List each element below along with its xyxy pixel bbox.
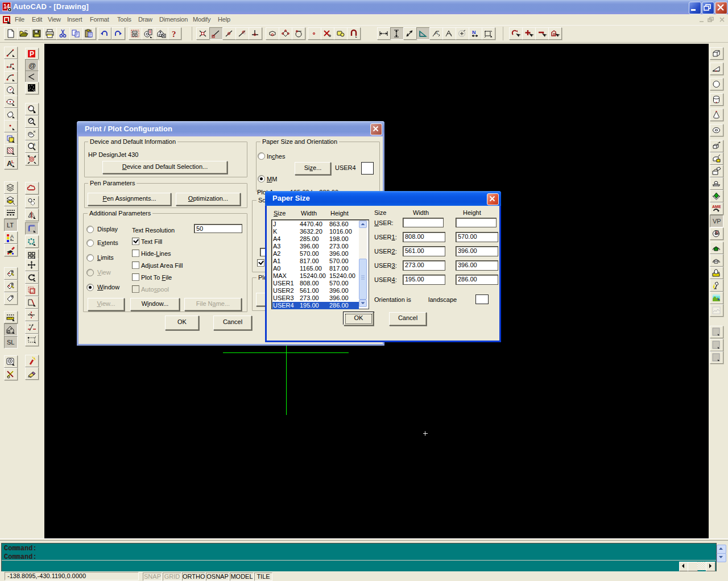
svg-text:P: P (30, 50, 34, 58)
svg-text:AME: AME (712, 205, 721, 209)
svg-text:@: @ (28, 61, 36, 70)
svg-text:A: A (435, 30, 438, 36)
svg-text:SL: SL (7, 339, 14, 346)
svg-text:LT: LT (7, 222, 14, 229)
svg-text:A: A (10, 234, 14, 239)
svg-text:VP: VP (713, 218, 721, 225)
svg-text:±: ± (33, 142, 36, 147)
svg-text:N: N (472, 30, 476, 35)
svg-text:?: ? (172, 30, 176, 38)
svg-text:L: L (11, 159, 14, 164)
